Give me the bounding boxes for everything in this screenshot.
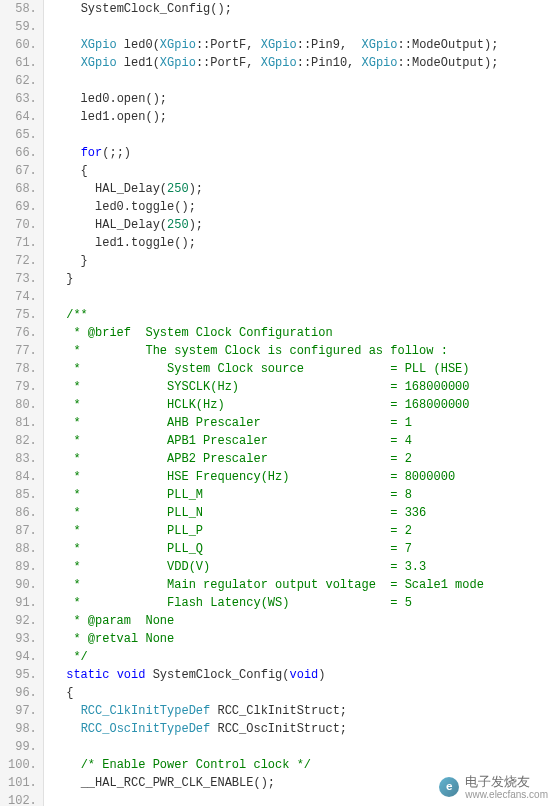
code-viewer: 58.59.60.61.62.63.64.65.66.67.68.69.70.7… <box>0 0 556 806</box>
line-number: 99. <box>8 738 37 756</box>
code-line: /* Enable Power Control clock */ <box>52 756 556 774</box>
code-token: XGpio <box>160 38 196 52</box>
code-line: * APB1 Prescaler = 4 <box>52 432 556 450</box>
code-line <box>52 738 556 756</box>
line-number: 71. <box>8 234 37 252</box>
line-number: 70. <box>8 216 37 234</box>
code-token: XGpio <box>81 38 117 52</box>
line-number: 82. <box>8 432 37 450</box>
code-line <box>52 126 556 144</box>
code-token: RCC_OscInitTypeDef <box>81 722 211 736</box>
code-token: ( <box>160 182 167 196</box>
code-token: SystemClock_Config <box>81 2 211 16</box>
code-token: ) <box>318 668 325 682</box>
code-token: led0. <box>52 92 117 106</box>
code-token: */ <box>52 650 88 664</box>
code-line: * The system Clock is configured as foll… <box>52 342 556 360</box>
line-number: 84. <box>8 468 37 486</box>
code-token <box>52 56 81 70</box>
code-token <box>52 668 66 682</box>
code-line <box>52 18 556 36</box>
code-line: } <box>52 270 556 288</box>
code-line: * System Clock source = PLL (HSE) <box>52 360 556 378</box>
line-number: 91. <box>8 594 37 612</box>
code-token: (); <box>253 776 275 790</box>
code-token: XGpio <box>362 38 398 52</box>
line-number: 72. <box>8 252 37 270</box>
code-line: * AHB Prescaler = 1 <box>52 414 556 432</box>
line-number: 80. <box>8 396 37 414</box>
line-number: 97. <box>8 702 37 720</box>
code-line: led1.toggle(); <box>52 234 556 252</box>
code-area: SystemClock_Config(); XGpio led0(XGpio::… <box>44 0 556 806</box>
code-token: * AHB Prescaler = 1 <box>52 416 412 430</box>
line-number: 69. <box>8 198 37 216</box>
line-number: 58. <box>8 0 37 18</box>
code-token: } <box>52 272 74 286</box>
code-line <box>52 72 556 90</box>
code-token: ( <box>160 218 167 232</box>
code-token: led0( <box>117 38 160 52</box>
code-line: * @retval None <box>52 630 556 648</box>
watermark: e 电子发烧友 www.elecfans.com <box>439 775 548 800</box>
line-number: 89. <box>8 558 37 576</box>
code-line: { <box>52 162 556 180</box>
code-token: led1( <box>117 56 160 70</box>
code-line: XGpio led0(XGpio::PortF, XGpio::Pin9, XG… <box>52 36 556 54</box>
line-number: 73. <box>8 270 37 288</box>
code-token: ::ModeOutput); <box>398 56 499 70</box>
code-line: * PLL_M = 8 <box>52 486 556 504</box>
code-token: * Flash Latency(WS) = 5 <box>52 596 412 610</box>
line-number: 67. <box>8 162 37 180</box>
code-token: } <box>52 254 88 268</box>
code-token: RCC_ClkInitTypeDef <box>81 704 211 718</box>
code-token: RCC_ClkInitStruct; <box>210 704 347 718</box>
code-token <box>52 182 95 196</box>
code-token: * SYSCLK(Hz) = 168000000 <box>52 380 470 394</box>
code-token: /* Enable Power Control clock */ <box>81 758 311 772</box>
code-token: XGpio <box>81 56 117 70</box>
code-token: * APB1 Prescaler = 4 <box>52 434 412 448</box>
code-token: * HSE Frequency(Hz) = 8000000 <box>52 470 455 484</box>
line-number: 65. <box>8 126 37 144</box>
code-token: ::ModeOutput); <box>398 38 499 52</box>
code-token: * PLL_Q = 7 <box>52 542 412 556</box>
line-number: 86. <box>8 504 37 522</box>
code-token: void <box>117 668 146 682</box>
line-number: 96. <box>8 684 37 702</box>
line-number: 60. <box>8 36 37 54</box>
code-token: * Main regulator output voltage = Scale1… <box>52 578 484 592</box>
line-number: 87. <box>8 522 37 540</box>
code-token: for <box>81 146 103 160</box>
line-number: 62. <box>8 72 37 90</box>
code-token: * The system Clock is configured as foll… <box>52 344 448 358</box>
code-line: RCC_ClkInitTypeDef RCC_ClkInitStruct; <box>52 702 556 720</box>
code-line: * PLL_N = 336 <box>52 504 556 522</box>
code-token: * VDD(V) = 3.3 <box>52 560 426 574</box>
code-line: } <box>52 252 556 270</box>
code-token <box>52 2 81 16</box>
code-line: /** <box>52 306 556 324</box>
code-line: SystemClock_Config(); <box>52 0 556 18</box>
code-line <box>52 288 556 306</box>
code-token <box>52 218 95 232</box>
code-token: ::PortF, <box>196 56 261 70</box>
line-number: 101. <box>8 774 37 792</box>
code-token: * PLL_M = 8 <box>52 488 412 502</box>
code-line: led0.toggle(); <box>52 198 556 216</box>
code-line: * PLL_Q = 7 <box>52 540 556 558</box>
code-token <box>52 776 81 790</box>
line-number: 74. <box>8 288 37 306</box>
code-token: HAL_Delay <box>95 218 160 232</box>
code-token: void <box>289 668 318 682</box>
code-token: ::Pin10, <box>297 56 362 70</box>
code-token: 250 <box>167 218 189 232</box>
code-token <box>52 38 81 52</box>
line-number: 98. <box>8 720 37 738</box>
line-number: 92. <box>8 612 37 630</box>
code-line: * HSE Frequency(Hz) = 8000000 <box>52 468 556 486</box>
line-number: 102. <box>8 792 37 806</box>
code-token <box>52 758 81 772</box>
watermark-url: www.elecfans.com <box>465 789 548 800</box>
line-number: 81. <box>8 414 37 432</box>
